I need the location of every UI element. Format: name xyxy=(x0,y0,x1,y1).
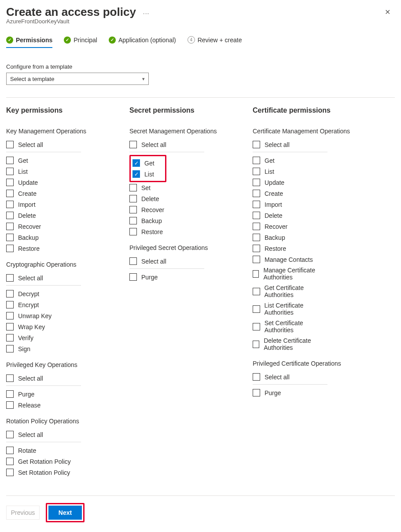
permission-checkbox[interactable]: Backup xyxy=(129,215,209,226)
permission-checkbox[interactable]: Set xyxy=(129,182,209,193)
permission-checkbox[interactable]: Update xyxy=(253,177,332,188)
checkbox-icon xyxy=(6,334,14,341)
permission-label: Update xyxy=(265,179,284,186)
permission-checkbox[interactable]: Wrap Key xyxy=(6,321,85,332)
checkbox-icon xyxy=(253,190,260,197)
permission-checkbox[interactable]: ✓List xyxy=(132,169,163,180)
permission-checkbox[interactable]: Import xyxy=(253,199,332,210)
permission-checkbox[interactable]: Backup xyxy=(6,232,85,243)
select-all-checkbox[interactable]: Select all xyxy=(6,139,85,150)
permission-checkbox[interactable]: Set Certificate Authorities xyxy=(253,318,332,335)
permission-checkbox[interactable]: Verify xyxy=(6,332,85,343)
checkbox-icon xyxy=(6,374,14,382)
select-all-checkbox[interactable]: Select all xyxy=(253,371,332,382)
permission-checkbox[interactable]: Get xyxy=(6,155,85,166)
permission-checkbox[interactable]: Get xyxy=(253,155,332,166)
permission-label: Purge xyxy=(265,389,281,396)
permission-checkbox[interactable]: ✓Get xyxy=(132,158,163,169)
column-cert: Certificate permissionsCertificate Manag… xyxy=(253,106,372,478)
permission-checkbox[interactable]: Decrypt xyxy=(6,288,85,299)
permission-checkbox[interactable]: Create xyxy=(253,188,332,199)
tab-review-create[interactable]: 4Review + create xyxy=(188,36,242,48)
permission-checkbox[interactable]: Create xyxy=(6,188,85,199)
template-select[interactable]: Select a template ▾ xyxy=(6,73,149,85)
permission-checkbox[interactable]: Manage Certificate Authorities xyxy=(253,265,332,283)
divider xyxy=(6,442,81,442)
tab-application-optional-[interactable]: ✓Application (optional) xyxy=(109,36,176,48)
permission-checkbox[interactable]: Restore xyxy=(253,243,332,254)
close-icon[interactable]: ✕ xyxy=(383,7,392,18)
permission-checkbox[interactable]: Manage Contacts xyxy=(253,254,332,265)
group-title: Privileged Key Operations xyxy=(6,361,125,368)
permission-checkbox[interactable]: Purge xyxy=(253,387,332,398)
permission-label: Recover xyxy=(141,206,164,213)
permission-checkbox[interactable]: Restore xyxy=(129,226,209,237)
select-all-checkbox[interactable]: Select all xyxy=(129,256,209,267)
select-all-checkbox[interactable]: Select all xyxy=(253,139,332,150)
permission-checkbox[interactable]: Update xyxy=(6,177,85,188)
permission-checkbox[interactable]: Recover xyxy=(253,221,332,232)
more-icon[interactable]: ··· xyxy=(143,10,150,17)
permission-checkbox[interactable]: Unwrap Key xyxy=(6,310,85,321)
checkbox-icon xyxy=(253,234,260,241)
page-title: Create an access policy xyxy=(6,5,136,19)
checkbox-icon xyxy=(129,217,137,224)
column-title: Key permissions xyxy=(6,106,125,114)
select-all-checkbox[interactable]: Select all xyxy=(6,373,85,384)
permission-checkbox[interactable]: List Certificate Authorities xyxy=(253,300,332,318)
permission-checkbox[interactable]: Purge xyxy=(129,272,209,283)
column-key: Key permissionsKey Management Operations… xyxy=(6,106,125,478)
permission-checkbox[interactable]: List xyxy=(253,166,332,177)
permission-label: Delete xyxy=(141,195,159,202)
permission-checkbox[interactable]: Sign xyxy=(6,343,85,354)
permission-label: Purge xyxy=(141,274,158,281)
highlight-next: Next xyxy=(46,503,85,522)
permission-checkbox[interactable]: Backup xyxy=(253,232,332,243)
permission-checkbox[interactable]: Restore xyxy=(6,243,85,254)
checkbox-icon xyxy=(129,184,137,191)
tab-principal[interactable]: ✓Principal xyxy=(64,36,97,48)
permission-label: Restore xyxy=(265,245,286,252)
permission-label: Backup xyxy=(265,234,285,241)
permission-checkbox[interactable]: List xyxy=(6,166,85,177)
page-subtitle: AzureFrontDoorKeyVault xyxy=(6,18,395,25)
permission-checkbox[interactable]: Rotate xyxy=(6,445,85,456)
select-all-label: Select all xyxy=(141,258,166,265)
checkbox-group: Select allGetListUpdateCreateImportDelet… xyxy=(253,139,332,353)
checkbox-icon xyxy=(6,157,14,164)
select-all-checkbox[interactable]: Select all xyxy=(129,139,209,150)
permission-checkbox[interactable]: Encrypt xyxy=(6,299,85,310)
tab-label: Principal xyxy=(74,37,97,44)
divider xyxy=(6,285,81,286)
permission-checkbox[interactable]: Recover xyxy=(129,204,209,215)
checkbox-icon xyxy=(129,228,137,235)
tab-permissions[interactable]: ✓Permissions xyxy=(6,36,52,48)
permission-label: Purge xyxy=(18,391,34,398)
permission-label: Backup xyxy=(18,234,39,241)
checkbox-icon xyxy=(6,447,14,454)
permission-checkbox[interactable]: Recover xyxy=(6,221,85,232)
permission-checkbox[interactable]: Set Rotation Policy xyxy=(6,467,85,478)
permission-label: Unwrap Key xyxy=(18,312,52,319)
permission-checkbox[interactable]: Get Certificate Authorities xyxy=(253,283,332,300)
permission-checkbox[interactable]: Delete xyxy=(253,210,332,221)
permission-checkbox[interactable]: Release xyxy=(6,400,85,411)
chevron-down-icon: ▾ xyxy=(142,76,145,82)
permission-checkbox[interactable]: Delete xyxy=(129,193,209,204)
permission-label: Backup xyxy=(141,217,162,224)
select-all-label: Select all xyxy=(18,431,43,438)
checkbox-icon xyxy=(6,431,14,438)
previous-button[interactable]: Previous xyxy=(6,506,40,520)
template-label: Configure from a template xyxy=(6,63,395,70)
next-button[interactable]: Next xyxy=(48,506,82,520)
permission-label: Get xyxy=(144,160,155,167)
permission-checkbox[interactable]: Import xyxy=(6,199,85,210)
checkbox-icon xyxy=(129,206,137,213)
permission-label: Import xyxy=(265,201,282,208)
permission-checkbox[interactable]: Get Rotation Policy xyxy=(6,456,85,467)
permission-checkbox[interactable]: Purge xyxy=(6,389,85,400)
permission-checkbox[interactable]: Delete xyxy=(6,210,85,221)
select-all-checkbox[interactable]: Select all xyxy=(6,272,85,283)
permission-checkbox[interactable]: Delete Certificate Authorities xyxy=(253,335,332,353)
select-all-checkbox[interactable]: Select all xyxy=(6,429,85,440)
